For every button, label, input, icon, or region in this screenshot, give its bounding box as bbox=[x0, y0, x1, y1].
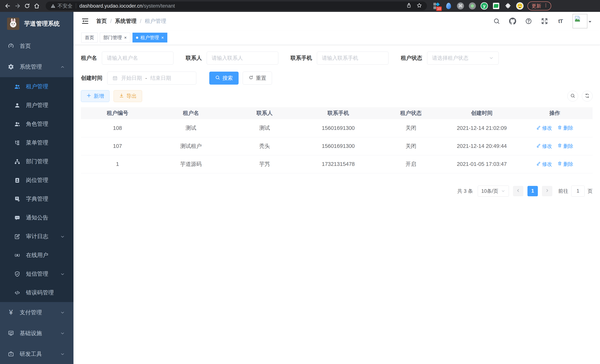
bookmark-star-icon[interactable] bbox=[416, 3, 422, 9]
tab-租户管理[interactable]: 租户管理× bbox=[132, 33, 167, 42]
filter-label-mobile: 联系手机 bbox=[291, 54, 312, 62]
ext-balloon-icon[interactable] bbox=[445, 2, 452, 10]
sidebar-item-通知公告[interactable]: 通知公告 bbox=[0, 208, 74, 227]
next-page-button[interactable] bbox=[542, 186, 552, 196]
goto-page-input[interactable] bbox=[571, 186, 585, 197]
sidebar-item-审计日志[interactable]: 审计日志 bbox=[0, 227, 74, 246]
select-caret-icon bbox=[489, 56, 494, 60]
edit-link[interactable]: 修改 bbox=[536, 125, 552, 131]
sidebar-item-菜单管理[interactable]: 菜单管理 bbox=[0, 133, 74, 152]
sidebar-item-支付管理[interactable]: ¥支付管理 bbox=[0, 302, 74, 323]
sidebar-item-用户管理[interactable]: 用户管理 bbox=[0, 96, 74, 115]
tags-view: 首页部门管理×租户管理× bbox=[74, 30, 600, 45]
github-icon[interactable] bbox=[509, 17, 516, 25]
contact-input[interactable] bbox=[212, 55, 273, 61]
pencil-icon bbox=[536, 161, 541, 167]
prev-page-button[interactable] bbox=[513, 186, 523, 196]
sidebar-item-部门管理[interactable]: 部门管理 bbox=[0, 152, 74, 171]
column-header-操作: 操作 bbox=[517, 107, 593, 119]
sidebar-item-岗位管理[interactable]: 岗位管理 bbox=[0, 171, 74, 190]
tab-首页[interactable]: 首页 bbox=[81, 33, 98, 42]
page-size-select[interactable]: 10条/页 bbox=[478, 186, 509, 197]
sidebar-collapse-icon[interactable] bbox=[81, 17, 89, 25]
ext-chat-icon[interactable] bbox=[492, 2, 500, 10]
goto-label: 前往 bbox=[558, 188, 568, 195]
cell-contact: 芋艿 bbox=[228, 155, 301, 173]
breadcrumb-item[interactable]: 首页 bbox=[96, 18, 107, 25]
user-icon bbox=[14, 102, 20, 109]
sidebar-item-基础设施[interactable]: 基础设施 bbox=[0, 323, 74, 344]
end-date-placeholder: 结束日期 bbox=[150, 75, 171, 82]
infrastructure-icon bbox=[8, 330, 14, 336]
ext-command-icon[interactable]: ⌘ bbox=[457, 2, 464, 10]
edit-link[interactable]: 修改 bbox=[536, 161, 552, 168]
header-search-icon[interactable] bbox=[493, 17, 501, 25]
add-button[interactable]: 新增 bbox=[81, 90, 110, 102]
ext-recorder-icon[interactable] bbox=[469, 2, 476, 10]
date-range-picker[interactable]: 开始日期 - 结束日期 bbox=[107, 72, 196, 84]
mobile-input-wrap bbox=[317, 52, 388, 65]
cell-contact: 秃头 bbox=[228, 137, 301, 155]
browser-update-button[interactable]: 更新 bbox=[527, 1, 551, 10]
tenant-name-input[interactable] bbox=[107, 55, 169, 61]
chevron-down-icon bbox=[60, 331, 65, 336]
tab-close-icon[interactable]: × bbox=[161, 36, 164, 40]
cell-actions: 修改删除 bbox=[517, 119, 593, 137]
tab-部门管理[interactable]: 部门管理× bbox=[100, 33, 130, 42]
reset-button[interactable]: 重置 bbox=[243, 72, 272, 84]
sidebar-item-在线用户[interactable]: 在线用户 bbox=[0, 246, 74, 265]
date-separator: - bbox=[145, 75, 147, 81]
mobile-input[interactable] bbox=[322, 55, 384, 61]
browser-profile-avatar[interactable] bbox=[516, 2, 524, 10]
sidebar-item-label: 字典管理 bbox=[26, 195, 48, 203]
browser-forward-icon[interactable] bbox=[13, 1, 22, 11]
help-icon[interactable] bbox=[525, 17, 533, 25]
tenant-status-select[interactable]: 请选择租户状态 bbox=[427, 52, 499, 65]
edit-link[interactable]: 修改 bbox=[536, 143, 552, 149]
font-size-icon[interactable]: tT bbox=[557, 17, 564, 25]
current-page-button[interactable]: 1 bbox=[527, 186, 538, 196]
browser-back-icon[interactable] bbox=[3, 1, 13, 11]
delete-link[interactable]: 删除 bbox=[557, 125, 573, 131]
ext-grid-icon[interactable]: 10 bbox=[433, 2, 441, 10]
avatar-dropdown-caret-icon[interactable] bbox=[588, 19, 592, 24]
sidebar-item-短信管理[interactable]: 短信管理 bbox=[0, 265, 74, 283]
pencil-icon bbox=[536, 125, 541, 131]
search-button[interactable]: 搜索 bbox=[209, 72, 239, 84]
filter-label-contact: 联系人 bbox=[186, 54, 202, 62]
user-avatar[interactable] bbox=[572, 14, 587, 28]
browser-toolbar: 不安全 dashboard.yudao.iocoder.cn /system/t… bbox=[0, 0, 600, 12]
sidebar-item-首页[interactable]: 首页 bbox=[0, 36, 74, 56]
sidebar-item-研发工具[interactable]: 研发工具 bbox=[0, 344, 74, 364]
pagination: 共 3 条 10条/页 1 前往 页 bbox=[81, 186, 593, 197]
sidebar-item-label: 基础设施 bbox=[20, 329, 42, 337]
cell-mobile: 15601691300 bbox=[301, 137, 375, 155]
cell-actions: 修改删除 bbox=[517, 137, 593, 155]
browser-home-icon[interactable] bbox=[32, 1, 42, 11]
sidebar-item-系统管理[interactable]: 系统管理 bbox=[0, 56, 74, 77]
sidebar-item-字典管理[interactable]: 字典管理 bbox=[0, 190, 74, 208]
address-bar[interactable]: 不安全 dashboard.yudao.iocoder.cn /system/t… bbox=[46, 1, 427, 10]
column-header-创建时间: 创建时间 bbox=[447, 107, 517, 119]
refresh-table-button[interactable] bbox=[582, 91, 593, 102]
breadcrumb-item[interactable]: 系统管理 bbox=[115, 18, 137, 25]
export-button[interactable]: 导出 bbox=[113, 90, 142, 102]
delete-link[interactable]: 删除 bbox=[557, 161, 573, 168]
delete-link[interactable]: 删除 bbox=[557, 143, 573, 149]
browser-menu-dots-icon[interactable] bbox=[544, 3, 548, 9]
tenant-name-input-wrap bbox=[102, 52, 173, 65]
fullscreen-icon[interactable] bbox=[541, 17, 548, 25]
sidebar-item-错误码管理[interactable]: 错误码管理 bbox=[0, 283, 74, 302]
cell-id: 1 bbox=[81, 155, 154, 173]
sidebar-logo[interactable]: 芋道管理系统 bbox=[0, 12, 74, 36]
extensions-puzzle-icon[interactable] bbox=[504, 2, 512, 10]
sidebar-item-角色管理[interactable]: 角色管理 bbox=[0, 115, 74, 133]
browser-reload-icon[interactable] bbox=[22, 1, 32, 11]
share-icon[interactable] bbox=[406, 3, 412, 9]
toggle-search-button[interactable] bbox=[567, 91, 578, 102]
insecure-warning-icon[interactable] bbox=[50, 3, 56, 9]
screen: 不安全 dashboard.yudao.iocoder.cn /system/t… bbox=[0, 0, 600, 364]
sidebar-item-租户管理[interactable]: 租户管理 bbox=[0, 77, 74, 96]
tab-close-icon[interactable]: × bbox=[124, 36, 127, 40]
ext-y-app-icon[interactable]: y bbox=[480, 2, 488, 10]
